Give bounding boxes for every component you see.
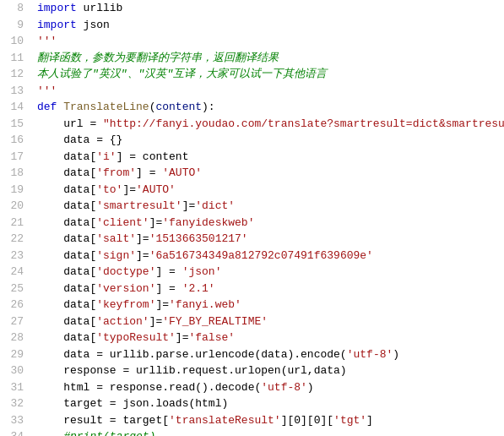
line-numbers: 8910111213141516171819202122232425262728… <box>0 0 30 436</box>
code-line: data['smartresult']='dict' <box>37 198 504 215</box>
code-line: 翻译函数，参数为要翻译的字符串，返回翻译结果 <box>37 50 504 67</box>
line-number: 23 <box>3 248 24 264</box>
line-number: 20 <box>3 198 24 215</box>
line-number: 27 <box>3 313 24 330</box>
code-line: result = target['translateResult'][0][0]… <box>37 412 504 429</box>
code-line: data['sign']='6a516734349a812792c07491f6… <box>37 248 504 264</box>
line-number: 14 <box>3 99 24 116</box>
code-line: data['i'] = content <box>37 149 504 166</box>
line-number: 13 <box>3 83 24 100</box>
line-number: 9 <box>3 17 24 34</box>
code-line: data['from'] = 'AUTO' <box>37 165 504 182</box>
line-number: 25 <box>3 281 24 297</box>
line-number: 24 <box>3 264 24 281</box>
code-line: def TranslateLine(content): <box>37 99 504 116</box>
line-number: 17 <box>3 149 24 166</box>
code-line: data['typoResult']='false' <box>37 330 504 346</box>
code-line: #print(target) <box>37 428 504 436</box>
line-number: 22 <box>3 231 24 248</box>
line-number: 10 <box>3 33 24 50</box>
line-number: 26 <box>3 297 24 313</box>
code-line: import json <box>37 17 504 34</box>
code-line: data['keyfrom']='fanyi.web' <box>37 297 504 313</box>
code-line: target = json.loads(html) <box>37 395 504 412</box>
line-number: 8 <box>3 0 24 17</box>
line-number: 29 <box>3 346 24 363</box>
code-line: html = response.read().decode('utf-8') <box>37 379 504 396</box>
code-line: data = urllib.parse.urlencode(data).enco… <box>37 346 504 363</box>
code-line: 本人试验了"英汉"、"汉英"互译，大家可以试一下其他语言 <box>37 66 504 83</box>
line-number: 12 <box>3 66 24 83</box>
code-line: data['client']='fanyideskweb' <box>37 215 504 232</box>
line-number: 31 <box>3 379 24 396</box>
code-line: ''' <box>37 83 504 100</box>
code-line: response = urllib.request.urlopen(url,da… <box>37 362 504 379</box>
line-number: 34 <box>3 428 24 436</box>
line-number: 30 <box>3 362 24 379</box>
code-line: url = "http://fanyi.youdao.com/translate… <box>37 116 504 133</box>
code-editor: 8910111213141516171819202122232425262728… <box>0 0 504 436</box>
line-number: 16 <box>3 132 24 149</box>
line-number: 18 <box>3 165 24 182</box>
code-line: data = {} <box>37 132 504 149</box>
line-number: 28 <box>3 330 24 346</box>
code-line: data['to']='AUTO' <box>37 182 504 199</box>
code-line: data['version'] = '2.1' <box>37 281 504 297</box>
line-number: 15 <box>3 116 24 133</box>
line-number: 33 <box>3 412 24 429</box>
line-number: 32 <box>3 395 24 412</box>
code-line: data['action']='FY_BY_REALTIME' <box>37 313 504 330</box>
code-line: data['doctype'] = 'json' <box>37 264 504 281</box>
code-line: ''' <box>37 33 504 50</box>
code-line: import urllib <box>37 0 504 17</box>
line-number: 21 <box>3 215 24 232</box>
code-content: import urllibimport json'''翻译函数，参数为要翻译的字… <box>30 0 504 436</box>
line-number: 19 <box>3 182 24 199</box>
line-number: 11 <box>3 50 24 67</box>
code-line: data['salt']='1513663501217' <box>37 231 504 248</box>
